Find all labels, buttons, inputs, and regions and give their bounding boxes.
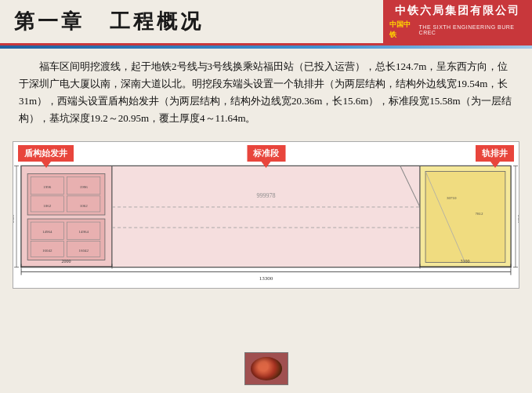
- diagram-inner: 盾构始发井 标准段 轨排井: [13, 142, 519, 288]
- chapter-title-text: 工程概况: [110, 8, 204, 35]
- svg-text:1062: 1062: [43, 204, 52, 208]
- svg-rect-27: [425, 172, 505, 263]
- label-center-container: 标准段: [247, 145, 285, 162]
- logo-subtitle: 中国中铁 THE SIXTH ENGINEERING BURE CREC: [389, 20, 526, 40]
- label-track-well: 轨排井: [476, 145, 514, 162]
- engineering-diagram: 盾构始发井 标准段 轨排井: [13, 141, 519, 289]
- svg-text:1062: 1062: [80, 204, 89, 208]
- svg-text:2985: 2985: [517, 215, 519, 224]
- label-left-container: 盾构始发井: [18, 145, 74, 162]
- svg-text:1996: 1996: [80, 185, 89, 189]
- svg-text:13300: 13300: [259, 275, 273, 282]
- svg-text:3100: 3100: [460, 260, 469, 264]
- svg-text:1996: 1996: [43, 185, 52, 189]
- svg-text:14964: 14964: [78, 231, 89, 235]
- svg-text:999978: 999978: [256, 192, 275, 199]
- description-paragraph: 福车区间明挖渡线，起于地铁2号线与3号线换乘站福田站（已投入运营），总长124.…: [19, 58, 513, 127]
- svg-text:2985: 2985: [13, 215, 15, 224]
- company-logo: 中铁六局集团有限公司 中国中铁 THE SIXTH ENGINEERING BU…: [383, 0, 532, 43]
- svg-text:16042: 16042: [42, 249, 52, 253]
- logo-sub-cn: 中国中铁: [389, 20, 416, 40]
- label-standard-section: 标准段: [247, 145, 285, 162]
- label-shield-well: 盾构始发井: [18, 145, 74, 162]
- label-right-container: 轨排井: [476, 145, 514, 162]
- logo-sub-en: THE SIXTH ENGINEERING BURE CREC: [419, 24, 526, 35]
- svg-text:7812: 7812: [476, 212, 484, 216]
- svg-text:30710: 30710: [447, 196, 457, 200]
- page-title: 第一章 工程概况: [0, 0, 383, 43]
- main-content: 福车区间明挖渡线，起于地铁2号线与3号线换乘站福田站（已投入运营），总长124.…: [0, 49, 532, 133]
- page-header: 第一章 工程概况 中铁六局集团有限公司 中国中铁 THE SIXTH ENGIN…: [0, 0, 532, 45]
- svg-text:14964: 14964: [42, 231, 52, 235]
- svg-rect-21: [112, 166, 420, 267]
- bottom-thumbnail: [244, 352, 288, 385]
- svg-text:16042: 16042: [78, 249, 89, 253]
- svg-text:2000: 2000: [61, 260, 71, 264]
- logo-cn-name: 中铁六局集团有限公司: [395, 4, 520, 18]
- chapter-number: 第一章: [14, 8, 85, 35]
- thumbnail-image: [251, 357, 282, 380]
